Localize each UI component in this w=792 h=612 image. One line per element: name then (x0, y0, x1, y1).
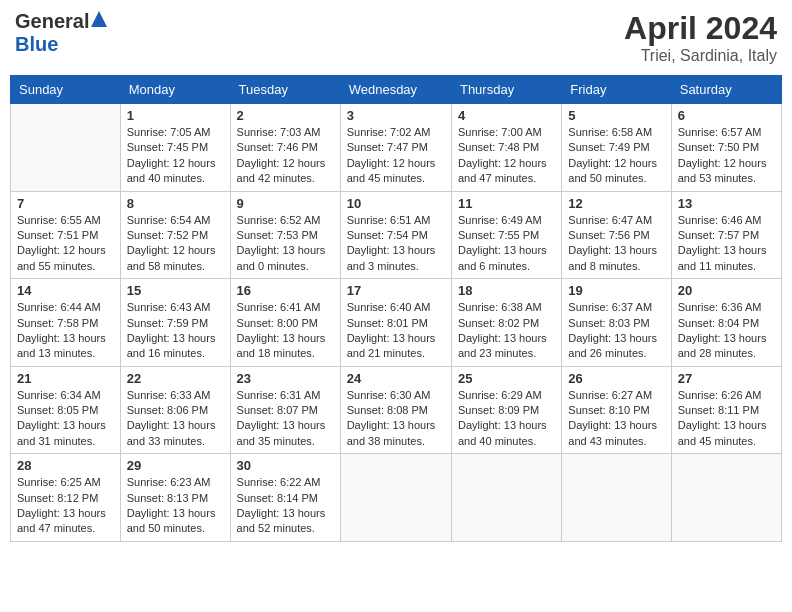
day-info-line: and 8 minutes. (568, 260, 640, 272)
day-info-line: Sunrise: 6:27 AM (568, 389, 652, 401)
calendar-cell: 3Sunrise: 7:02 AMSunset: 7:47 PMDaylight… (340, 104, 451, 192)
day-info-line: Daylight: 12 hours (17, 244, 106, 256)
day-info-line: and 16 minutes. (127, 347, 205, 359)
day-info-line: Sunset: 7:46 PM (237, 141, 318, 153)
day-info-line: Sunrise: 7:02 AM (347, 126, 431, 138)
day-info-line: Sunrise: 6:30 AM (347, 389, 431, 401)
day-info-line: Sunrise: 6:26 AM (678, 389, 762, 401)
day-info: Sunrise: 7:05 AMSunset: 7:45 PMDaylight:… (127, 125, 224, 187)
day-number: 10 (347, 196, 445, 211)
day-info-line: Daylight: 13 hours (237, 244, 326, 256)
calendar-cell: 27Sunrise: 6:26 AMSunset: 8:11 PMDayligh… (671, 366, 781, 454)
calendar-week-row: 7Sunrise: 6:55 AMSunset: 7:51 PMDaylight… (11, 191, 782, 279)
logo-blue-text: Blue (15, 33, 58, 55)
day-info-line: Sunrise: 6:43 AM (127, 301, 211, 313)
calendar-cell: 19Sunrise: 6:37 AMSunset: 8:03 PMDayligh… (562, 279, 671, 367)
day-info-line: Sunset: 7:53 PM (237, 229, 318, 241)
day-info-line: Sunset: 7:57 PM (678, 229, 759, 241)
day-number: 20 (678, 283, 775, 298)
day-info-line: Sunset: 7:48 PM (458, 141, 539, 153)
day-info-line: Sunrise: 6:34 AM (17, 389, 101, 401)
day-number: 7 (17, 196, 114, 211)
day-info-line: Sunrise: 6:25 AM (17, 476, 101, 488)
day-info-line: and 31 minutes. (17, 435, 95, 447)
day-info-line: and 47 minutes. (458, 172, 536, 184)
day-info-line: Sunset: 7:50 PM (678, 141, 759, 153)
day-number: 2 (237, 108, 334, 123)
day-info-line: Daylight: 13 hours (347, 419, 436, 431)
title-area: April 2024 Triei, Sardinia, Italy (624, 10, 777, 65)
day-info-line: Sunset: 7:54 PM (347, 229, 428, 241)
day-number: 8 (127, 196, 224, 211)
calendar-cell (671, 454, 781, 542)
day-of-week-header: Sunday (11, 76, 121, 104)
calendar-cell: 17Sunrise: 6:40 AMSunset: 8:01 PMDayligh… (340, 279, 451, 367)
calendar-cell: 5Sunrise: 6:58 AMSunset: 7:49 PMDaylight… (562, 104, 671, 192)
day-info-line: Daylight: 13 hours (678, 244, 767, 256)
day-info-line: Sunset: 7:45 PM (127, 141, 208, 153)
day-info-line: Daylight: 12 hours (237, 157, 326, 169)
day-info-line: Sunrise: 6:23 AM (127, 476, 211, 488)
day-info-line: Daylight: 13 hours (347, 332, 436, 344)
day-info: Sunrise: 6:23 AMSunset: 8:13 PMDaylight:… (127, 475, 224, 537)
day-number: 14 (17, 283, 114, 298)
calendar-cell: 7Sunrise: 6:55 AMSunset: 7:51 PMDaylight… (11, 191, 121, 279)
day-info-line: Sunrise: 6:47 AM (568, 214, 652, 226)
day-info-line: Daylight: 13 hours (458, 244, 547, 256)
day-info-line: Sunrise: 6:33 AM (127, 389, 211, 401)
day-info-line: and 33 minutes. (127, 435, 205, 447)
day-info-line: and 53 minutes. (678, 172, 756, 184)
day-number: 23 (237, 371, 334, 386)
month-title: April 2024 (624, 10, 777, 47)
day-info-line: Daylight: 12 hours (568, 157, 657, 169)
day-info-line: Daylight: 13 hours (678, 332, 767, 344)
day-info-line: Sunset: 7:59 PM (127, 317, 208, 329)
calendar-cell: 29Sunrise: 6:23 AMSunset: 8:13 PMDayligh… (120, 454, 230, 542)
calendar-cell: 1Sunrise: 7:05 AMSunset: 7:45 PMDaylight… (120, 104, 230, 192)
day-info: Sunrise: 7:00 AMSunset: 7:48 PMDaylight:… (458, 125, 555, 187)
day-info-line: Sunrise: 6:38 AM (458, 301, 542, 313)
day-info: Sunrise: 6:22 AMSunset: 8:14 PMDaylight:… (237, 475, 334, 537)
calendar-cell: 21Sunrise: 6:34 AMSunset: 8:05 PMDayligh… (11, 366, 121, 454)
day-info-line: Daylight: 13 hours (17, 507, 106, 519)
day-info-line: and 13 minutes. (17, 347, 95, 359)
day-info-line: Sunrise: 6:41 AM (237, 301, 321, 313)
calendar-week-row: 28Sunrise: 6:25 AMSunset: 8:12 PMDayligh… (11, 454, 782, 542)
day-info: Sunrise: 6:44 AMSunset: 7:58 PMDaylight:… (17, 300, 114, 362)
day-info-line: Daylight: 13 hours (127, 419, 216, 431)
day-info-line: Daylight: 13 hours (127, 507, 216, 519)
day-info-line: and 50 minutes. (127, 522, 205, 534)
day-info: Sunrise: 6:47 AMSunset: 7:56 PMDaylight:… (568, 213, 664, 275)
logo-general-text: General (15, 10, 89, 33)
day-info: Sunrise: 6:43 AMSunset: 7:59 PMDaylight:… (127, 300, 224, 362)
day-info: Sunrise: 6:33 AMSunset: 8:06 PMDaylight:… (127, 388, 224, 450)
day-info-line: Sunset: 7:58 PM (17, 317, 98, 329)
day-info-line: Sunset: 8:00 PM (237, 317, 318, 329)
day-info-line: Sunset: 8:02 PM (458, 317, 539, 329)
day-info: Sunrise: 6:25 AMSunset: 8:12 PMDaylight:… (17, 475, 114, 537)
day-info-line: Sunrise: 6:44 AM (17, 301, 101, 313)
day-info-line: Sunrise: 6:49 AM (458, 214, 542, 226)
calendar-cell: 28Sunrise: 6:25 AMSunset: 8:12 PMDayligh… (11, 454, 121, 542)
calendar-cell: 10Sunrise: 6:51 AMSunset: 7:54 PMDayligh… (340, 191, 451, 279)
day-number: 27 (678, 371, 775, 386)
calendar-cell: 2Sunrise: 7:03 AMSunset: 7:46 PMDaylight… (230, 104, 340, 192)
day-info-line: and 28 minutes. (678, 347, 756, 359)
day-info-line: Sunset: 8:08 PM (347, 404, 428, 416)
day-info-line: Daylight: 12 hours (458, 157, 547, 169)
day-number: 17 (347, 283, 445, 298)
day-info-line: Sunset: 7:51 PM (17, 229, 98, 241)
day-info-line: Daylight: 13 hours (127, 332, 216, 344)
day-info: Sunrise: 6:37 AMSunset: 8:03 PMDaylight:… (568, 300, 664, 362)
day-number: 12 (568, 196, 664, 211)
day-info-line: Sunrise: 6:31 AM (237, 389, 321, 401)
day-info-line: Sunrise: 6:54 AM (127, 214, 211, 226)
day-info-line: Daylight: 12 hours (347, 157, 436, 169)
day-number: 24 (347, 371, 445, 386)
day-info-line: Sunrise: 6:36 AM (678, 301, 762, 313)
day-info-line: Daylight: 13 hours (568, 244, 657, 256)
day-info-line: and 55 minutes. (17, 260, 95, 272)
calendar-cell: 4Sunrise: 7:00 AMSunset: 7:48 PMDaylight… (451, 104, 561, 192)
day-info-line: Sunset: 8:05 PM (17, 404, 98, 416)
calendar-week-row: 14Sunrise: 6:44 AMSunset: 7:58 PMDayligh… (11, 279, 782, 367)
